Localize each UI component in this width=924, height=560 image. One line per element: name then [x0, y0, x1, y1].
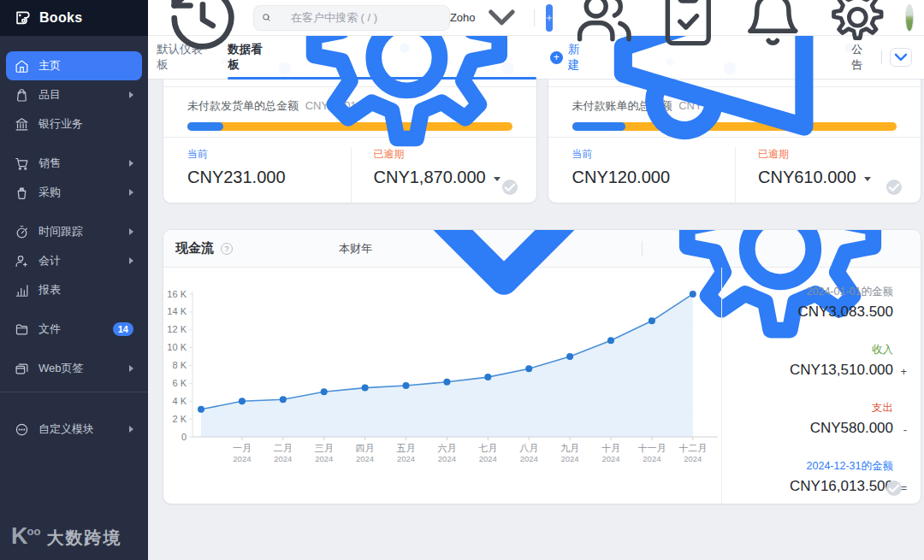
- search-icon: [262, 13, 271, 22]
- svg-text:九月: 九月: [560, 443, 579, 453]
- sidebar-item-sales[interactable]: 销售: [6, 149, 142, 178]
- summary-operator: +: [900, 365, 907, 378]
- sidebar-item-purchases[interactable]: 采购: [6, 178, 142, 207]
- cashflow-title: 现金流: [175, 240, 214, 256]
- summary-label: 支出: [736, 401, 893, 416]
- cashflow-summary-row-start: 2024-01-01的金额 CNY3,083.500: [736, 285, 907, 321]
- svg-text:2024: 2024: [520, 454, 538, 463]
- submenu-arrow-icon: [129, 257, 133, 264]
- person-icon: [15, 254, 29, 268]
- sidebar-item-accountant[interactable]: 会计: [6, 246, 142, 275]
- summary-label: 2024-01-01的金额: [736, 285, 893, 299]
- sidebar-item-home[interactable]: 主页: [6, 51, 142, 80]
- svg-text:十二月: 十二月: [678, 443, 707, 453]
- svg-text:2024: 2024: [561, 454, 579, 463]
- svg-text:六月: 六月: [437, 443, 456, 453]
- sidebar-item-time-tracking[interactable]: 时间跟踪: [6, 217, 142, 246]
- sidebar-nav: 主页 品目 银行业务 销售 采购 时间跟踪 会计 报表 文件 14 Web页签 …: [0, 36, 148, 444]
- summary-amount: CNY16,013.500: [736, 478, 893, 495]
- svg-text:十月: 十月: [601, 443, 620, 453]
- chart-icon: [15, 283, 29, 298]
- footer-brand: Koo 大数跨境: [11, 523, 121, 550]
- sidebar-item-web-tabs[interactable]: Web页签: [6, 354, 142, 383]
- svg-text:2024: 2024: [315, 454, 333, 463]
- history-icon[interactable]: [163, 0, 243, 57]
- current-bar-segment: [187, 122, 223, 131]
- summary-amount: CNY13,510.000: [736, 362, 893, 379]
- cashflow-summary-row-income: 收入 CNY13,510.000 +: [736, 343, 907, 379]
- org-switcher[interactable]: Zoho: [450, 0, 523, 39]
- submenu-arrow-icon: [129, 189, 133, 196]
- svg-text:16 K: 16 K: [167, 289, 187, 299]
- cashflow-summary: 2024-01-01的金额 CNY3,083.500 收入 CNY13,510.…: [721, 268, 921, 504]
- sidebar: 主页 品目 银行业务 销售 采购 时间跟踪 会计 报表 文件 14 Web页签 …: [0, 36, 148, 560]
- svg-text:2024: 2024: [356, 454, 374, 463]
- svg-text:四月: 四月: [356, 443, 375, 453]
- documents-count-badge: 14: [113, 322, 133, 336]
- search-box[interactable]: [253, 5, 450, 31]
- sidebar-item-custom-modules[interactable]: 自定义模块: [6, 415, 142, 444]
- svg-text:十一月: 十一月: [637, 443, 666, 453]
- sidebar-divider: [0, 392, 148, 392]
- submenu-arrow-icon: [129, 228, 133, 235]
- cashflow-header: 现金流 ? 本财年: [163, 230, 921, 268]
- svg-text:2024: 2024: [601, 454, 619, 463]
- svg-text:2 K: 2 K: [172, 414, 187, 424]
- svg-text:三月: 三月: [315, 443, 334, 453]
- submenu-arrow-icon: [129, 91, 133, 98]
- summary-operator: -: [903, 423, 907, 436]
- sidebar-item-banking[interactable]: 银行业务: [6, 109, 142, 139]
- svg-text:2024: 2024: [274, 454, 292, 463]
- summary-label: 2024-12-31的金额: [736, 459, 893, 474]
- svg-text:14 K: 14 K: [167, 306, 187, 316]
- cashflow-widget: 现金流 ? 本财年 02 K4 K6 K8 K10 K12 K14 K16 K一…: [163, 229, 921, 504]
- footer-brand-mark: Koo: [11, 523, 40, 550]
- svg-text:五月: 五月: [397, 443, 416, 453]
- search-input[interactable]: [291, 11, 441, 24]
- bag-icon: [15, 88, 29, 103]
- summary-amount: CNY580.000: [736, 420, 893, 437]
- org-label: Zoho: [450, 11, 476, 24]
- summary-label: 收入: [736, 343, 893, 357]
- stopwatch-icon: [15, 225, 29, 239]
- bank-icon: [15, 117, 29, 132]
- app-name: Books: [39, 10, 82, 26]
- tasks-clipboard-icon[interactable]: [655, 0, 721, 50]
- svg-text:2024: 2024: [397, 454, 415, 463]
- svg-text:2024: 2024: [643, 454, 660, 463]
- settings-gear-icon[interactable]: [825, 0, 891, 50]
- browser-icon: [15, 362, 29, 376]
- svg-text:八月: 八月: [519, 443, 538, 453]
- svg-text:12 K: 12 K: [167, 324, 187, 334]
- sidebar-item-documents[interactable]: 文件 14: [6, 315, 142, 344]
- pouch-icon: [15, 186, 29, 200]
- submenu-arrow-icon: [129, 365, 133, 372]
- svg-text:6 K: 6 K: [172, 378, 187, 388]
- avatar[interactable]: [905, 4, 914, 32]
- sidebar-item-items[interactable]: 品目: [6, 80, 142, 109]
- cashflow-summary-row-expense: 支出 CNY580.000 -: [736, 401, 907, 437]
- collapse-panel-button[interactable]: [890, 48, 912, 67]
- quick-create-button[interactable]: [546, 4, 553, 32]
- app-logo-header: Books: [0, 0, 148, 36]
- svg-text:二月: 二月: [274, 443, 293, 453]
- cart-icon: [15, 156, 29, 171]
- notifications-bell-icon[interactable]: [740, 0, 806, 50]
- submenu-arrow-icon: [129, 160, 133, 167]
- referral-users-icon[interactable]: [572, 0, 637, 50]
- sidebar-item-reports[interactable]: 报表: [6, 275, 142, 304]
- check-circle-icon[interactable]: [886, 480, 902, 496]
- summary-amount: CNY3,083.500: [736, 304, 893, 321]
- cashflow-summary-row-end: 2024-12-31的金额 CNY16,013.500 =: [736, 459, 907, 495]
- svg-text:4 K: 4 K: [172, 396, 187, 406]
- submenu-arrow-icon: [129, 426, 133, 433]
- folder-icon: [15, 322, 29, 337]
- svg-text:8 K: 8 K: [172, 360, 187, 370]
- help-icon[interactable]: ?: [221, 243, 233, 255]
- home-icon: [15, 59, 29, 74]
- svg-text:2024: 2024: [684, 454, 702, 463]
- dots-circle-icon: [15, 422, 29, 437]
- cashflow-chart: 02 K4 K6 K8 K10 K12 K14 K16 K一月2024二月202…: [163, 288, 754, 469]
- svg-text:2024: 2024: [479, 454, 497, 463]
- footer-brand-text: 大数跨境: [46, 527, 121, 550]
